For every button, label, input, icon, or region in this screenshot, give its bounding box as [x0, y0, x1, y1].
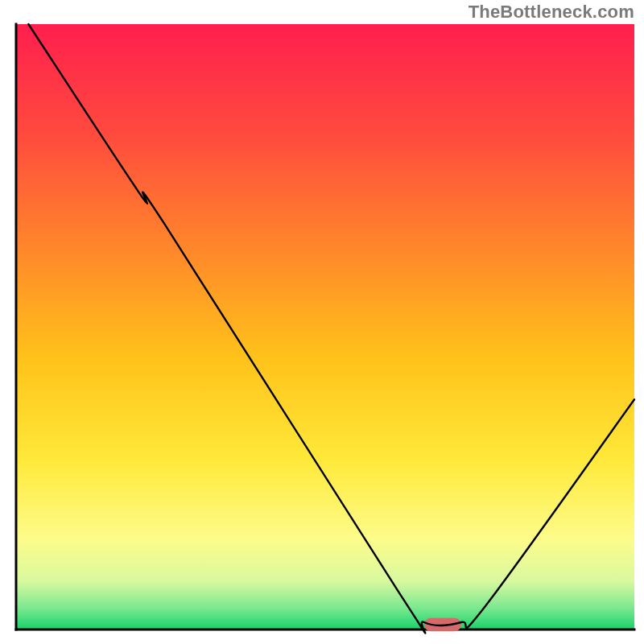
watermark-text: TheBottleneck.com [469, 2, 634, 23]
chart-canvas [0, 0, 644, 644]
svg-rect-0 [16, 24, 634, 630]
bottleneck-chart: TheBottleneck.com [0, 0, 644, 644]
